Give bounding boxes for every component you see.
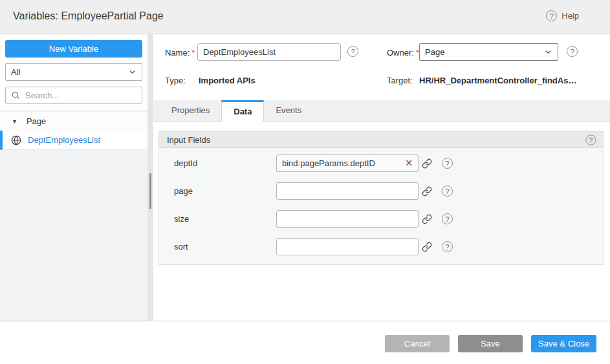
bind-link-icon[interactable] — [422, 241, 435, 253]
bind-link-icon[interactable] — [422, 157, 435, 170]
deptid-input[interactable] — [276, 155, 419, 172]
variable-detail-panel: Name:* ? Owner:* Page ? Type: Imported A… — [153, 34, 610, 321]
owner-help-icon[interactable]: ? — [567, 46, 578, 57]
field-label-size: size — [174, 214, 189, 224]
bind-link-icon[interactable] — [422, 185, 435, 198]
sidebar-item-deptemployeeslist[interactable]: DeptEmployeesList — [0, 131, 147, 150]
input-fields-title: Input Fields — [167, 135, 585, 145]
help-circle-icon[interactable]: ? — [546, 10, 557, 21]
target-label: Target: — [387, 76, 413, 85]
deptid-help-icon[interactable]: ? — [442, 158, 453, 169]
owner-selected-value: Page — [425, 47, 444, 57]
tab-properties[interactable]: Properties — [160, 100, 221, 121]
target-value: HR/HR_DepartmentController_findAss… — [419, 76, 581, 85]
field-label-sort: sort — [174, 242, 188, 252]
help-button[interactable]: ? Help — [546, 10, 579, 21]
type-label: Type: — [165, 76, 186, 85]
field-label-deptid: deptId — [174, 158, 197, 168]
variables-sidebar: New Variable All ▼ Page D — [0, 34, 147, 321]
save-button[interactable]: Save — [458, 335, 523, 352]
bind-link-icon[interactable] — [422, 213, 435, 226]
filter-selected-value: All — [11, 67, 20, 77]
globe-icon — [11, 135, 21, 145]
save-and-close-button[interactable]: Save & Close — [531, 335, 596, 352]
tab-events[interactable]: Events — [264, 100, 313, 121]
chevron-down-icon — [544, 48, 552, 56]
sidebar-group-page[interactable]: ▼ Page — [0, 112, 147, 131]
cancel-button[interactable]: Cancel — [385, 335, 450, 352]
group-label: Page — [27, 116, 46, 126]
detail-tabbar: Properties Data Events — [153, 100, 610, 122]
owner-label: Owner:* — [387, 48, 419, 58]
clear-binding-icon[interactable]: ✕ — [402, 156, 415, 169]
input-fields-section: Input Fields ? deptId ✕ ? page ? size — [158, 131, 604, 265]
size-help-icon[interactable]: ? — [442, 213, 453, 224]
input-fields-help-icon[interactable]: ? — [585, 134, 596, 145]
sort-input[interactable] — [276, 238, 419, 255]
dialog-title: Variables: EmployeePartial Page — [13, 10, 164, 22]
new-variable-button[interactable]: New Variable — [5, 40, 142, 58]
name-input[interactable] — [197, 43, 341, 61]
size-input[interactable] — [276, 210, 419, 228]
variables-dialog: Variables: EmployeePartial Page ? Help N… — [0, 0, 610, 364]
dialog-header: Variables: EmployeePartial Page ? Help — [0, 0, 610, 34]
required-asterisk: * — [191, 48, 195, 58]
variable-filter-select[interactable]: All — [5, 63, 142, 81]
search-icon — [11, 91, 20, 100]
search-input[interactable] — [5, 87, 142, 104]
name-help-icon[interactable]: ? — [347, 46, 358, 57]
type-value: Imported APIs — [199, 76, 256, 85]
tab-data[interactable]: Data — [221, 100, 264, 122]
sidebar-controls: New Variable All — [0, 34, 147, 111]
panel-divider — [147, 34, 153, 321]
name-label: Name:* — [165, 48, 195, 58]
field-label-page: page — [174, 186, 193, 196]
page-input[interactable] — [276, 182, 419, 200]
page-help-icon[interactable]: ? — [442, 186, 453, 197]
dialog-footer: Cancel Save Save & Close — [0, 321, 610, 364]
help-label[interactable]: Help — [561, 11, 579, 21]
input-fields-header: Input Fields ? — [159, 132, 603, 148]
owner-select[interactable]: Page — [419, 43, 558, 61]
chevron-down-icon — [128, 68, 136, 76]
variable-item-label: DeptEmployeesList — [28, 135, 100, 145]
collapse-triangle-icon[interactable]: ▼ — [12, 118, 17, 125]
sidebar-scrollbar[interactable] — [149, 173, 151, 209]
sort-help-icon[interactable]: ? — [442, 241, 453, 252]
